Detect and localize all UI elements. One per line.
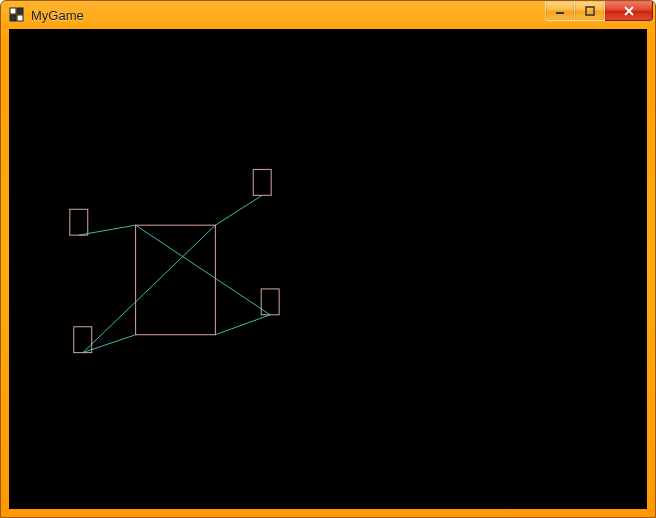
minimize-button[interactable] xyxy=(545,1,575,21)
window-controls xyxy=(545,1,653,21)
game-canvas xyxy=(10,30,646,508)
close-button[interactable] xyxy=(605,1,653,21)
svg-rect-0 xyxy=(10,8,16,14)
svg-rect-3 xyxy=(17,15,23,21)
svg-rect-5 xyxy=(586,7,594,15)
svg-rect-2 xyxy=(10,15,16,21)
app-icon xyxy=(9,7,25,23)
svg-rect-8 xyxy=(10,30,646,508)
svg-rect-4 xyxy=(556,12,564,14)
titlebar[interactable]: MyGame xyxy=(1,1,655,29)
window-frame: MyGame xyxy=(0,0,656,518)
client-area xyxy=(9,29,647,509)
svg-rect-1 xyxy=(17,8,23,14)
maximize-button[interactable] xyxy=(575,1,605,21)
